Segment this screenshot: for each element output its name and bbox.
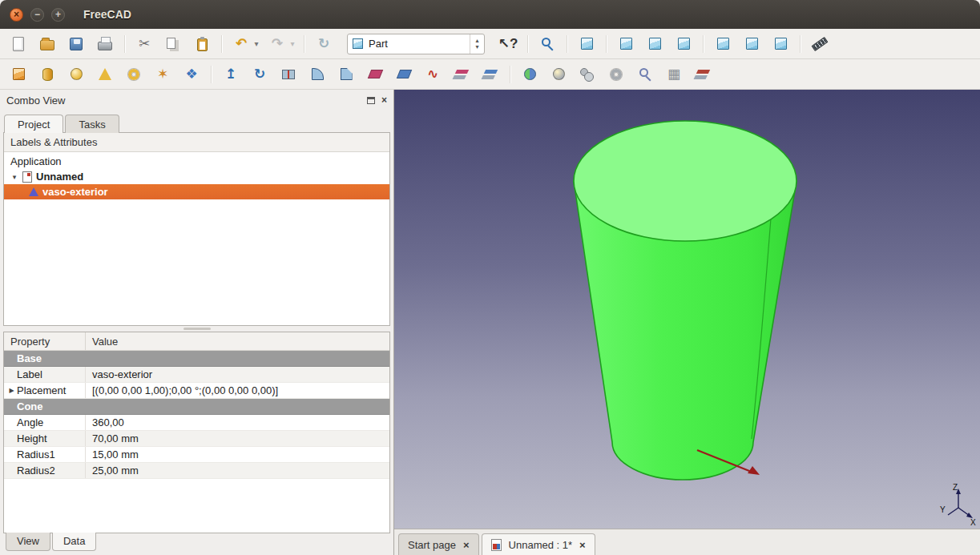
part-mirror-button[interactable] xyxy=(275,62,302,86)
property-row[interactable]: Radius1 15,00 mm xyxy=(4,447,389,463)
tab-close-icon[interactable]: × xyxy=(579,540,586,550)
view-front-button[interactable] xyxy=(612,32,639,56)
spinner-down-icon: ▾ xyxy=(475,44,478,50)
property-row[interactable]: Base xyxy=(4,351,389,367)
property-row[interactable]: Angle 360,00 xyxy=(4,415,389,431)
tree-item-vaso-exterior[interactable]: vaso-exterior xyxy=(4,184,389,199)
file-view-toolbar: ✂ ↶ ▾ ↷ ▾ ↻ Part ▴ ▾ xyxy=(0,29,980,59)
part-cut-button[interactable] xyxy=(545,62,572,86)
tree-body[interactable]: Application ▾ Unnamed vaso-exterior xyxy=(4,152,389,325)
part-shape-builder-button[interactable]: ❖ xyxy=(178,62,205,86)
refresh-button[interactable]: ↻ xyxy=(310,32,337,56)
part-sweep-button[interactable]: ∿ xyxy=(419,62,446,86)
tree-item-document[interactable]: ▾ Unnamed xyxy=(4,169,389,184)
window-maximize-button[interactable]: + xyxy=(51,8,65,22)
view-bottom-button[interactable] xyxy=(738,32,765,56)
view-rear-button[interactable] xyxy=(709,32,736,56)
part-compound-button[interactable]: ▦ xyxy=(660,62,688,86)
part-loft-button[interactable] xyxy=(390,62,417,86)
part-sphere-button[interactable] xyxy=(63,62,90,86)
tab-project[interactable]: Project xyxy=(4,115,63,133)
window-minimize-button[interactable]: − xyxy=(30,8,44,22)
whats-this-button[interactable]: ↖? xyxy=(494,32,522,56)
cone-top-face[interactable] xyxy=(574,121,797,241)
part-cone-button[interactable] xyxy=(91,62,119,86)
expander-icon[interactable]: ▾ xyxy=(10,173,18,181)
tab-tasks[interactable]: Tasks xyxy=(65,115,119,133)
print-button[interactable] xyxy=(91,32,119,56)
tab-data[interactable]: Data xyxy=(52,533,96,551)
view-fit-all-button[interactable] xyxy=(534,32,561,56)
freecad-document-icon xyxy=(491,539,502,551)
tab-unnamed-document[interactable]: Unnamed : 1* × xyxy=(482,533,595,555)
dock-float-icon[interactable] xyxy=(367,97,375,104)
property-row[interactable]: Radius2 25,00 mm xyxy=(4,463,389,479)
part-cylinder-button[interactable] xyxy=(34,62,61,86)
column-property[interactable]: Property xyxy=(4,332,86,350)
property-name: Cone xyxy=(17,400,43,412)
combo-view-panel: Combo View × Project Tasks Labels & Attr… xyxy=(0,90,394,555)
model-tree: Labels & Attributes Application ▾ Unname… xyxy=(3,132,390,326)
property-value[interactable]: vaso-exterior xyxy=(86,367,389,382)
tab-start-page[interactable]: Start page × xyxy=(398,533,479,555)
property-row[interactable]: ▶ Placement [(0,00 0,00 1,00);0,00 °;(0,… xyxy=(4,383,389,399)
save-button[interactable] xyxy=(63,32,90,56)
view-right-button[interactable] xyxy=(670,32,697,56)
part-refine-shape-button[interactable] xyxy=(689,62,716,86)
part-revolve-button[interactable]: ↻ xyxy=(246,62,273,86)
open-file-button[interactable] xyxy=(34,32,61,56)
undo-dropdown-arrow[interactable]: ▾ xyxy=(251,32,262,56)
3d-scene[interactable]: Z X Y xyxy=(394,90,980,529)
part-section-button[interactable] xyxy=(448,62,475,86)
property-row[interactable]: Label vaso-exterior xyxy=(4,367,389,383)
part-ruled-surface-button[interactable] xyxy=(361,62,389,86)
property-name: Placement xyxy=(17,384,66,396)
workbench-spinner[interactable]: ▴ ▾ xyxy=(470,34,484,54)
toolbar-separator xyxy=(207,62,216,86)
splitter-handle[interactable] xyxy=(183,328,211,330)
property-value[interactable]: [(0,00 0,00 1,00);0,00 °;(0,00 0,00 0,00… xyxy=(86,383,389,398)
tab-view[interactable]: View xyxy=(6,533,50,551)
measure-distance-button[interactable] xyxy=(806,32,833,56)
3d-scene-svg[interactable]: Z X Y xyxy=(394,90,980,529)
part-boolean-button[interactable] xyxy=(516,62,543,86)
part-chamfer-button[interactable] xyxy=(333,62,360,86)
property-row[interactable]: Cone xyxy=(4,399,389,415)
window-close-button[interactable]: × xyxy=(10,8,23,22)
copy-button[interactable] xyxy=(159,32,187,56)
expand-arrow-icon[interactable]: ▶ xyxy=(7,387,16,394)
part-cross-sections-button[interactable] xyxy=(477,62,504,86)
dock-close-icon[interactable]: × xyxy=(381,95,387,105)
panel-splitter[interactable] xyxy=(0,326,393,332)
part-union-button[interactable] xyxy=(574,62,601,86)
view-axonometric-button[interactable] xyxy=(573,32,600,56)
combo-view-tabs: Project Tasks xyxy=(0,111,393,132)
paste-button[interactable] xyxy=(188,32,216,56)
view-left-button[interactable] xyxy=(767,32,794,56)
property-value[interactable] xyxy=(43,399,390,414)
toolbar-separator xyxy=(506,62,514,86)
property-value[interactable]: 25,00 mm xyxy=(86,463,389,478)
property-value[interactable] xyxy=(42,351,389,366)
property-value[interactable]: 70,00 mm xyxy=(86,431,389,446)
column-value[interactable]: Value xyxy=(86,336,118,348)
part-common-button[interactable] xyxy=(603,62,630,86)
workbench-selector[interactable]: Part ▴ ▾ xyxy=(347,34,485,54)
new-file-button[interactable] xyxy=(5,32,32,56)
tab-close-icon[interactable]: × xyxy=(463,540,470,550)
property-value[interactable]: 360,00 xyxy=(86,415,389,430)
view-top-button[interactable] xyxy=(641,32,668,56)
part-fillet-button[interactable] xyxy=(304,62,331,86)
cone-object-icon xyxy=(29,187,38,196)
redo-dropdown-arrow[interactable]: ▾ xyxy=(287,32,298,56)
part-check-geometry-button[interactable] xyxy=(631,62,659,86)
part-extrude-button[interactable]: ↥ xyxy=(217,62,244,86)
part-torus-button[interactable] xyxy=(120,62,147,86)
cut-button[interactable]: ✂ xyxy=(131,32,158,56)
navigation-axis-indicator xyxy=(948,489,973,518)
part-primitives-button[interactable]: ✶ xyxy=(149,62,176,86)
property-row[interactable]: Height 70,00 mm xyxy=(4,431,389,447)
property-value[interactable]: 15,00 mm xyxy=(86,447,389,462)
part-box-button[interactable] xyxy=(5,62,32,86)
toolbar-separator xyxy=(796,32,805,56)
